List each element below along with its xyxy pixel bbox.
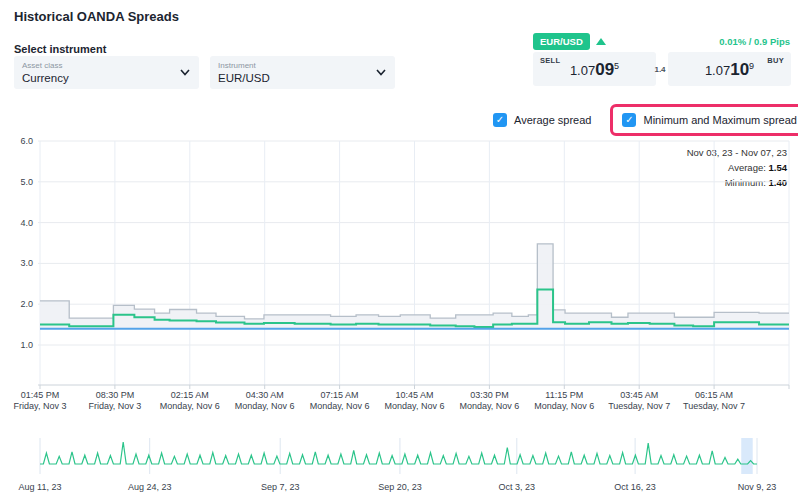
nav-date-label: Oct 3, 23 <box>499 482 536 492</box>
spread-toggles-row: ✓Average spread✓Minimum and Maximum spre… <box>484 104 798 136</box>
x-tick-day: Monday, Nov 6 <box>310 401 370 411</box>
x-tick-time: 02:15 AM <box>171 390 209 400</box>
sell-price: 1.07095 <box>533 60 656 80</box>
nav-spread-line <box>40 442 757 464</box>
nav-date-label: Oct 16, 23 <box>614 482 656 492</box>
main-spread-chart: 6.05.04.03.02.01.001:45 PMFriday, Nov 30… <box>0 135 798 425</box>
x-tick-day: Monday, Nov 6 <box>235 401 295 411</box>
toggle-label: Minimum and Maximum spread <box>643 114 796 126</box>
x-tick-time: 11:15 PM <box>545 390 583 400</box>
toggle-label: Average spread <box>514 114 591 126</box>
spread-value: 1.4 <box>652 65 668 74</box>
y-tick-label: 3.0 <box>20 258 33 268</box>
nav-date-label: Sep 7, 23 <box>261 482 300 492</box>
x-tick-day: Monday, Nov 6 <box>534 401 594 411</box>
asset-class-value: Currency <box>22 72 69 84</box>
x-tick-day: Monday, Nov 6 <box>385 401 445 411</box>
chevron-down-icon <box>180 69 190 76</box>
y-tick-label: 5.0 <box>20 177 33 187</box>
checkbox-minimum-and-maximum-spread[interactable]: ✓ <box>622 113 636 127</box>
toggle-minimum-and-maximum-spread[interactable]: ✓Minimum and Maximum spread <box>610 104 798 136</box>
x-tick-day: Monday, Nov 6 <box>459 401 519 411</box>
historical-spreads-page: Historical OANDA Spreads Select instrume… <box>0 0 798 500</box>
x-tick-time: 01:45 PM <box>21 390 60 400</box>
toggle-average-spread[interactable]: ✓Average spread <box>484 107 600 133</box>
x-tick-day: Monday, Nov 6 <box>160 401 220 411</box>
x-tick-day: Friday, Nov 3 <box>88 401 141 411</box>
buy-button[interactable]: BUY 1.07109 <box>668 52 791 86</box>
instrument-value: EUR/USD <box>218 72 270 84</box>
checkbox-average-spread[interactable]: ✓ <box>493 113 507 127</box>
section-label: Select instrument <box>14 43 106 55</box>
nav-date-label: Aug 11, 23 <box>19 482 62 492</box>
x-tick-day: Tuesday, Nov 7 <box>608 401 670 411</box>
nav-date-label: Aug 24, 23 <box>128 482 172 492</box>
navigator-selection[interactable] <box>741 438 752 474</box>
y-tick-label: 4.0 <box>20 218 33 228</box>
pair-badge: EUR/USD <box>533 33 590 50</box>
x-tick-time: 03:45 AM <box>620 390 658 400</box>
y-tick-label: 6.0 <box>20 136 33 146</box>
sell-button[interactable]: SELL 1.07095 <box>533 52 656 86</box>
asset-class-select[interactable]: Asset class Currency <box>14 56 199 89</box>
x-tick-time: 06:15 AM <box>695 390 733 400</box>
instrument-select[interactable]: Instrument EUR/USD <box>210 56 395 89</box>
nav-date-label: Nov 9, 23 <box>738 482 777 492</box>
y-tick-label: 1.0 <box>20 340 33 350</box>
x-tick-time: 03:30 PM <box>470 390 509 400</box>
x-tick-time: 07:15 AM <box>321 390 359 400</box>
page-title: Historical OANDA Spreads <box>14 9 179 24</box>
x-tick-time: 10:45 AM <box>395 390 433 400</box>
navigator-chart: Aug 11, 23Aug 24, 23Sep 7, 23Sep 20, 23O… <box>0 432 798 500</box>
instrument-label: Instrument <box>218 61 256 70</box>
x-tick-time: 04:30 AM <box>246 390 284 400</box>
x-tick-time: 08:30 PM <box>96 390 135 400</box>
x-tick-day: Friday, Nov 3 <box>14 401 67 411</box>
chevron-down-icon <box>376 69 386 76</box>
x-tick-day: Tuesday, Nov 7 <box>683 401 745 411</box>
y-tick-label: 2.0 <box>20 299 33 309</box>
trend-up-icon <box>596 38 606 45</box>
buy-price: 1.07109 <box>668 60 791 80</box>
asset-class-label: Asset class <box>22 61 62 70</box>
nav-date-label: Sep 20, 23 <box>378 482 422 492</box>
spread-info: 0.01% / 0.9 Pips <box>719 36 790 47</box>
